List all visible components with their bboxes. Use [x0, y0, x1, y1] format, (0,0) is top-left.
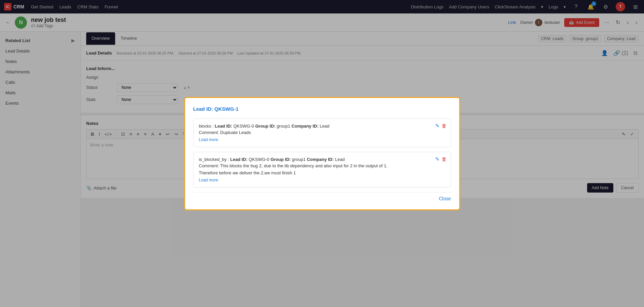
- card2-group-id: group1: [292, 157, 305, 162]
- card1-type-label: blocks: [199, 124, 211, 129]
- card2-load-more[interactable]: Load more: [199, 178, 218, 182]
- card2-comment2: Therefore before we deliver the 2,we mus…: [199, 170, 445, 175]
- card1-edit-button[interactable]: ✎: [435, 123, 440, 129]
- modal-title: Lead ID: QKSWG-1: [193, 106, 451, 112]
- card1-type-row: blocks : Lead ID: QKSWG-0 Group ID: grou…: [199, 124, 445, 129]
- modal-card-2: is_blocked_by : Lead ID: QKSWG-0 Group I…: [193, 152, 451, 187]
- card1-load-more[interactable]: Load more: [199, 137, 218, 142]
- modal-card-1: blocks : Lead ID: QKSWG-0 Group ID: grou…: [193, 118, 451, 147]
- card2-comment: Comment: This blocks the bug 2, due to t…: [199, 163, 445, 168]
- card1-actions: ✎ 🗑: [435, 123, 447, 129]
- card1-comment: Comment: Dupluate Leads: [199, 130, 445, 135]
- card2-type-label: is_blocked_by: [199, 157, 227, 162]
- close-modal-button[interactable]: Close: [439, 196, 451, 201]
- card2-lead-id: QKSWG-0: [249, 157, 269, 162]
- modal-title-prefix: Lead ID:: [193, 106, 213, 112]
- lead-links-modal: Lead ID: QKSWG-1 blocks : Lead ID: QKSWG…: [184, 97, 460, 210]
- card1-lead-id-label: Lead ID:: [215, 124, 232, 129]
- card2-actions: ✎ 🗑: [435, 156, 447, 162]
- card2-company-label: Company ID:: [307, 157, 334, 162]
- card2-company-id: Lead: [335, 157, 345, 162]
- card2-separator: :: [228, 157, 230, 162]
- card1-delete-button[interactable]: 🗑: [442, 123, 447, 129]
- card2-lead-id-label: Lead ID:: [230, 157, 247, 162]
- card2-delete-button[interactable]: 🗑: [442, 156, 447, 162]
- modal-footer: Close: [193, 192, 451, 201]
- modal-overlay[interactable]: Lead ID: QKSWG-1 blocks : Lead ID: QKSWG…: [0, 0, 644, 307]
- card1-lead-id: QKSWG-0: [233, 124, 254, 129]
- card1-company-label: Company ID:: [292, 124, 318, 129]
- card1-group-id: group1: [277, 124, 290, 129]
- card1-group-label: Group ID:: [255, 124, 275, 129]
- card2-edit-button[interactable]: ✎: [435, 156, 440, 162]
- modal-lead-id: QKSWG-1: [214, 106, 239, 112]
- card1-company-id: Lead: [320, 124, 330, 129]
- card2-type-row: is_blocked_by : Lead ID: QKSWG-0 Group I…: [199, 157, 445, 162]
- card2-group-label: Group ID:: [271, 157, 291, 162]
